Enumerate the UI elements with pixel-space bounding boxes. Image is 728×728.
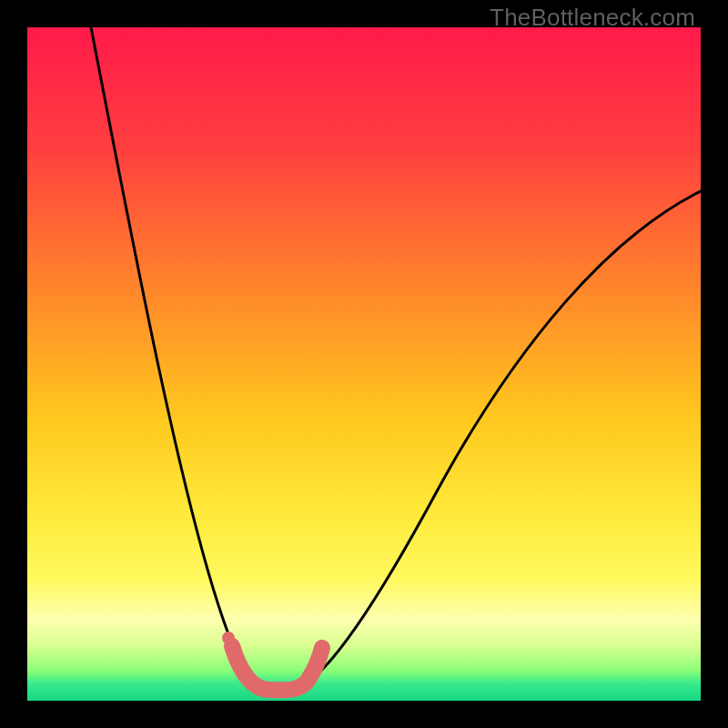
right-curve <box>300 191 701 687</box>
curve-layer <box>27 27 701 701</box>
left-curve <box>91 27 264 687</box>
bump-path <box>232 646 322 690</box>
plot-frame <box>27 27 701 701</box>
bump-dot <box>222 632 235 644</box>
